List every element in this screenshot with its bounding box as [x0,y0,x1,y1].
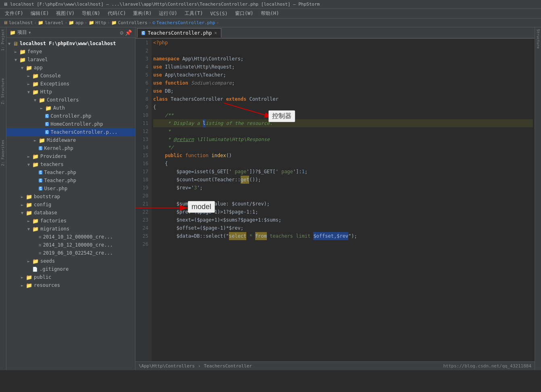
menu-vcs[interactable]: VCS(S) [207,10,231,17]
code-line-7[interactable]: use DB; [153,87,533,95]
breadcrumb-http[interactable]: Http [96,20,106,25]
token: * [153,127,171,135]
tree-item-http[interactable]: ▼ 📁 Http [6,88,135,96]
code-line-12[interactable]: * [153,127,533,135]
code-line-14[interactable]: */ [153,143,533,151]
tree-item-auth[interactable]: ► 📁 Auth [6,104,135,112]
breadcrumb-app[interactable]: app [75,20,83,25]
code-line-13[interactable]: * @return \Illuminate\Http\Response [153,135,533,143]
code-line-21[interactable]: $sums =ceil( value: $count / $rev ); [153,200,533,208]
sidebar-settings-icon[interactable]: ⚙ [120,29,123,36]
code-line-18[interactable]: $count =count(Teacher:: get ()); [153,176,533,184]
token: +1)< [212,216,223,224]
tree-item-seeds[interactable]: ► 📁 seeds [6,257,135,265]
tree-item-teachers[interactable]: ▼ 📁 teachers [6,160,135,168]
code-line-19[interactable]: $rev =' 3 '; [153,184,533,192]
code-line-16[interactable]: { [153,160,533,168]
menu-edit[interactable]: 编辑(E) [27,9,52,18]
token: index [212,151,226,160]
sidebar-dropdown-icon[interactable]: ▼ [29,31,31,35]
code-line-3[interactable]: namespace App\Http\Controllers; [153,55,533,63]
token: $rev [229,224,241,232]
tree-item-teacher-php-1[interactable]: C Teacher.php [6,168,135,176]
favorites-vertical-label[interactable]: 2: Favorites [0,138,6,168]
tree-item-controllers[interactable]: ▼ 📁 Controllers [6,96,135,104]
code-line-15[interactable]: public function index () [153,151,533,160]
code-line-26[interactable] [153,240,533,248]
code-line-4[interactable]: use Illuminate\Http\Request; [153,63,533,71]
tree-item-resources[interactable]: ► 📁 resources [6,281,135,289]
token [153,151,165,160]
tree-item-providers[interactable]: ► 📁 Providers [6,152,135,160]
code-line-8[interactable]: class TeachersController extends Control… [153,95,533,103]
token: App\Http\Controllers; [179,55,243,63]
tree-item-migration1[interactable]: ≡ 2014_10_12_000000_cre... [6,233,135,241]
tree-label: config [34,202,51,207]
code-line-6[interactable]: use function Sodium\compare ; [153,79,533,87]
tree-item-migration2[interactable]: ≡ 2014_10_12_100000_cre... [6,241,135,249]
tree-label: Providers [40,153,67,159]
token: function [182,151,211,160]
breadcrumb-laravel[interactable]: laravel [45,20,63,25]
project-vertical-label[interactable]: 1: Project [0,27,6,52]
right-panel-label[interactable]: Structure [535,27,541,50]
menu-help[interactable]: 帮助(H) [258,9,283,18]
menu-file[interactable]: 文件(F) [2,9,27,18]
tree-item-config[interactable]: ► 📁 config [6,201,135,209]
code-line-2[interactable] [153,47,533,55]
menu-window[interactable]: 窗口(W) [232,9,257,18]
tab-close-button[interactable]: ✕ [214,30,217,35]
editor-content[interactable]: 1 2 3 4 5 6 7 8 9 10 11 12 13 14 [135,39,535,361]
tree-item-user-php[interactable]: C User.php [6,185,135,193]
code-line-24[interactable]: $offset =( $page -1)* $rev ; [153,224,533,232]
tree-item-public[interactable]: ► 📁 public [6,273,135,281]
tree-item-localhost[interactable]: ▼ 🖥 localhost F:\phpEnv\www\localhost [6,39,135,48]
breadcrumb-controllers[interactable]: Controllers [118,20,148,25]
tree-item-gitignore[interactable]: 📄 .gitignore [6,265,135,273]
token: =' [188,184,194,192]
code-line-10[interactable]: /** [153,111,533,119]
tree-item-migration3[interactable]: ≡ 2019_06_10_022542_cre... [6,249,135,257]
code-line-11[interactable]: * Display a listing of the resource. [153,119,533,127]
breadcrumb-filename[interactable]: TeachersController.php [156,20,215,25]
tree-item-migrations[interactable]: ▼ 📁 migrations [6,225,135,233]
tab-label: TeachersController.php [148,30,212,36]
menu-navigate[interactable]: 导航(N) [79,9,104,18]
code-line-9[interactable]: { [153,103,533,111]
breadcrumb-localhost[interactable]: localhost [9,20,33,25]
code-line-23[interactable]: $next =( $page +1)< $sums ? $page +1: $s… [153,216,533,224]
tree-item-controller-php[interactable]: C Controller.php [6,112,135,120]
tree-item-middleware[interactable]: ► 📁 Middleware [6,136,135,144]
folder-icon: 📁 [32,81,39,87]
code-line-5[interactable]: use App\teachers\Teacher; [153,71,533,79]
code-line-1[interactable]: <?php [153,39,533,47]
tree-item-teacherscontroller-php[interactable]: C TeachersController.p... [6,128,135,136]
code-line-20[interactable] [153,192,533,200]
code-line-22[interactable]: $prev =( $page -1)>1? $page -1:1; [153,208,533,216]
sidebar-pin-icon[interactable]: 📌 [125,29,132,36]
code-container: 1 2 3 4 5 6 7 8 9 10 11 12 13 14 [135,39,535,361]
structure-vertical-label[interactable]: Z: Structure [0,77,6,106]
tree-item-console[interactable]: ► 📁 Console [6,72,135,80]
token [153,232,177,240]
menu-view[interactable]: 视图(V) [53,9,78,18]
status-path: \App\Http\Controllers [139,363,195,369]
tree-item-kernel-php[interactable]: C Kernel.php [6,144,135,152]
tree-item-app[interactable]: ▼ 📁 app [6,64,135,72]
code-line-17[interactable]: $page =isset( $_GET [' page '])? $_GET [… [153,168,533,176]
menu-run[interactable]: 运行(U) [156,9,181,18]
tree-item-factories[interactable]: ► 📁 factories [6,217,135,225]
tree-item-laravel[interactable]: ▼ 📁 laravel [6,56,135,64]
tree-item-teacher-php-2[interactable]: C Teacher.php [6,176,135,185]
code-line-25[interactable]: $data =DB::select(" select * from teache… [153,232,533,240]
tab-teachers-controller[interactable]: C TeachersController.php ✕ [137,28,221,38]
tree-item-fenye[interactable]: ► 📁 fenye [6,48,135,56]
menu-refactor[interactable]: 重构(R) [130,9,155,18]
tree-item-exceptions[interactable]: ► 📁 Exceptions [6,80,135,88]
tree-item-bootstrap[interactable]: ► 📁 bootstrap [6,193,135,201]
menu-code[interactable]: 代码(C) [104,9,129,18]
token: use [153,87,162,95]
tree-item-homecontroller-php[interactable]: C HomeController.php [6,120,135,128]
menu-tools[interactable]: 工具(T) [181,9,206,18]
tree-item-database[interactable]: ▼ 📁 database [6,209,135,217]
